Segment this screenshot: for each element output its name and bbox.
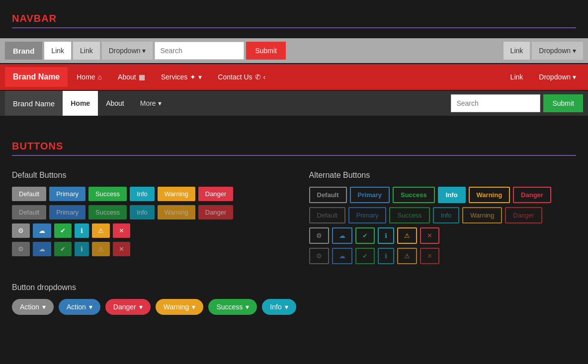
btn-alt-icon-danger[interactable]: ✕ — [420, 227, 439, 244]
btn-success[interactable]: Success — [88, 187, 127, 201]
btn-default[interactable]: Default — [12, 187, 46, 201]
btn-primary[interactable]: Primary — [49, 187, 85, 201]
btn-dd-action-default[interactable]: Action ▾ — [12, 299, 54, 315]
btn-alt-icon-check-d: ✔ — [355, 248, 375, 264]
btn-success-disabled: Success — [88, 205, 127, 219]
btn-alt-danger[interactable]: Danger — [513, 187, 551, 203]
btn-icon-gear-disabled: ⚙ — [12, 242, 30, 256]
default-icon-buttons-row2: ⚙ ☁ ✔ ℹ ⚠ ✕ — [12, 242, 279, 256]
btn-icon-gear[interactable]: ⚙ — [12, 223, 30, 238]
buttons-section-title: BUTTONS — [0, 132, 588, 155]
alt-buttons-row1: Default Primary Success Info Warning Dan… — [309, 187, 577, 203]
cloud-icon-2: ☁ — [39, 245, 45, 253]
alternate-buttons-section: Alternate Buttons Default Primary Succes… — [309, 171, 577, 268]
btn-default-disabled: Default — [12, 205, 46, 219]
navbar2-services[interactable]: Services ✦ ▾ — [154, 67, 209, 87]
alternate-buttons-title: Alternate Buttons — [309, 171, 577, 180]
btn-alt-icon-info[interactable]: ℹ — [378, 227, 394, 244]
dd-caret-3: ▾ — [139, 303, 143, 311]
info-icon-alt-d: ℹ — [385, 252, 387, 260]
navbar1-search[interactable] — [155, 42, 244, 60]
navbar2-right-dropdown[interactable]: Dropdown ▾ — [532, 68, 583, 86]
navbar1-right-dropdown[interactable]: Dropdown ▾ — [532, 42, 583, 60]
dd-caret-5: ▾ — [246, 303, 249, 311]
navbar1-link1[interactable]: Link — [44, 42, 71, 60]
btn-dd-warning[interactable]: Warning ▾ — [156, 299, 204, 315]
btn-alt-icon-gear[interactable]: ⚙ — [309, 227, 329, 244]
btn-alt-icon-danger-d: ✕ — [420, 248, 439, 264]
times-icon-alt: ✕ — [427, 232, 432, 239]
navbar1-link2[interactable]: Link — [73, 42, 100, 60]
dd-caret-4: ▾ — [192, 303, 195, 311]
navbar2-right: Link Dropdown ▾ — [504, 68, 583, 86]
gear-icon: ⚙ — [18, 227, 24, 234]
cloud-icon: ☁ — [39, 227, 45, 234]
check-icon-2: ✔ — [60, 245, 66, 253]
btn-alt-primary-disabled: Primary — [348, 207, 387, 223]
navbar3-right: Submit — [451, 94, 583, 112]
btn-alt-icon-warning[interactable]: ⚠ — [397, 227, 417, 244]
btn-icon-info[interactable]: ℹ — [75, 223, 89, 238]
btn-primary-disabled: Primary — [49, 205, 85, 219]
btn-alt-warning[interactable]: Warning — [469, 187, 510, 203]
navbar1-right-link[interactable]: Link — [504, 42, 530, 60]
navbar1-submit[interactable]: Submit — [246, 42, 286, 60]
btn-dd-action-primary[interactable]: Action ▾ — [59, 299, 100, 315]
navbar1-brand[interactable]: Brand — [5, 42, 42, 60]
navbar1-right-dropdown-caret: ▾ — [573, 47, 576, 55]
btn-alt-icon-check[interactable]: ✔ — [355, 227, 375, 244]
navbar2-about[interactable]: About ▦ — [111, 67, 152, 87]
btn-icon-danger[interactable]: ✕ — [113, 223, 130, 238]
navbar2-contact[interactable]: Contact Us ✆ ‹ — [211, 67, 272, 87]
alt-icon-row2: ⚙ ☁ ✔ ℹ ⚠ ✕ — [309, 248, 577, 264]
check-icon-alt-d: ✔ — [362, 252, 368, 260]
warning-icon-alt: ⚠ — [404, 232, 410, 239]
btn-alt-default-disabled: Default — [309, 207, 345, 223]
navbar3-home[interactable]: Home — [63, 91, 98, 116]
times-icon: ✕ — [119, 227, 124, 234]
navbar3-submit[interactable]: Submit — [543, 94, 583, 112]
btn-info[interactable]: Info — [130, 187, 155, 201]
btn-alt-primary[interactable]: Primary — [350, 187, 390, 203]
btn-icon-cloud[interactable]: ☁ — [33, 223, 51, 238]
dropdown-buttons-row: Action ▾ Action ▾ Danger ▾ Warning ▾ Suc… — [12, 299, 576, 315]
btn-icon-warning[interactable]: ⚠ — [92, 223, 110, 238]
btn-alt-default[interactable]: Default — [309, 187, 347, 203]
button-dropdowns-title: Button dropdowns — [12, 283, 576, 292]
default-buttons-row1: Default Primary Success Info Warning Dan… — [12, 187, 279, 201]
info-icon-alt: ℹ — [385, 232, 387, 239]
btn-dd-success[interactable]: Success ▾ — [208, 299, 257, 315]
buttons-divider — [12, 155, 576, 156]
gear-icon-alt: ⚙ — [316, 232, 322, 239]
btn-warning[interactable]: Warning — [158, 187, 195, 201]
btn-alt-success[interactable]: Success — [393, 187, 435, 203]
btn-icon-danger-disabled: ✕ — [113, 242, 130, 256]
btn-icon-check[interactable]: ✔ — [54, 223, 72, 238]
navbar2-right-link[interactable]: Link — [504, 68, 530, 86]
btn-alt-info[interactable]: Info — [438, 187, 466, 203]
navbar3-about[interactable]: About — [98, 91, 132, 116]
dd-caret-6: ▾ — [285, 303, 288, 311]
btn-icon-warning-disabled: ⚠ — [92, 242, 110, 256]
btn-dd-danger[interactable]: Danger ▾ — [105, 299, 151, 315]
calendar-icon: ▦ — [139, 73, 145, 81]
navbar1-dropdown[interactable]: Dropdown ▾ — [102, 42, 153, 60]
btn-alt-icon-cloud[interactable]: ☁ — [332, 227, 352, 244]
navbar1-dropdown-caret: ▾ — [142, 47, 146, 55]
btn-alt-icon-gear-d: ⚙ — [309, 248, 329, 264]
phone-icon: ✆ — [255, 73, 261, 81]
navbar3-brand[interactable]: Brand Name — [5, 91, 63, 116]
btn-alt-icon-warning-d: ⚠ — [397, 248, 417, 264]
btn-danger[interactable]: Danger — [198, 187, 234, 201]
btn-alt-info-disabled: Info — [433, 207, 460, 223]
navbar3-search[interactable] — [451, 94, 540, 112]
check-icon: ✔ — [60, 227, 66, 234]
btn-icon-info-disabled: ℹ — [75, 242, 89, 256]
navbar2-brand[interactable]: Brand Name — [5, 67, 68, 87]
check-icon-alt: ✔ — [362, 232, 368, 239]
navbar-dark: Brand Name Home About More ▾ Submit — [0, 91, 588, 116]
navbar2-home[interactable]: Home ⌂ — [70, 67, 109, 87]
btn-alt-icon-cloud-d: ☁ — [332, 248, 352, 264]
navbar3-more[interactable]: More ▾ — [132, 91, 169, 116]
btn-dd-info[interactable]: Info ▾ — [262, 299, 296, 315]
